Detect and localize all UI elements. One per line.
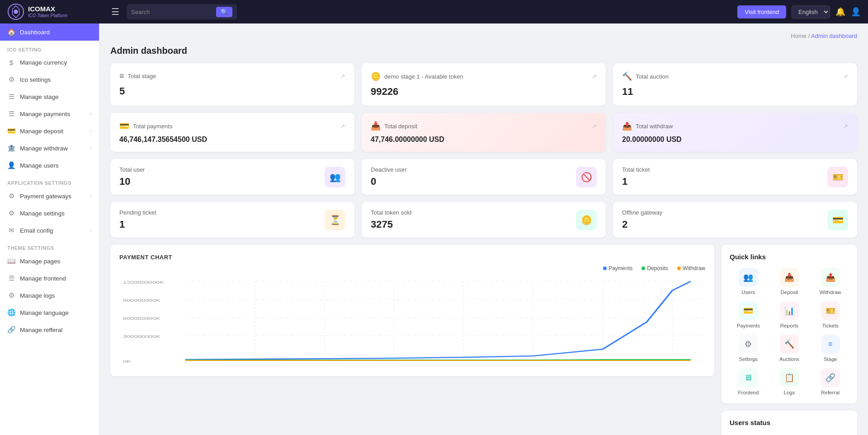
mini-value: 0 [371,176,406,187]
expand-icon[interactable]: ↗ [340,123,345,130]
ql-label: Tickets [822,323,839,328]
mini-label: Total user [119,166,145,173]
sidebar-item-manage-logs[interactable]: ⚙ Manage logs [0,287,99,304]
ql-label: Stage [824,356,837,362]
mini-value: 10 [119,176,145,187]
stat-label: Total payments [133,123,172,130]
sidebar-item-dashboard[interactable]: 🏠 Dashboard [0,23,99,41]
page-title: Admin dashboard [110,46,857,56]
stat-card-total-withdraw: 📤 Total withdraw ↗ 20.00000000 USD [613,113,857,152]
hamburger-icon[interactable]: ☰ [111,6,119,17]
ql-stage-icon: ≡ [821,335,840,354]
ql-item-users[interactable]: 👥 Users [730,268,767,295]
chevron-right-icon: › [90,228,92,233]
logo-text: ICOMAX [28,5,67,13]
users-status-title: Users status [730,419,849,426]
sidebar-item-manage-users[interactable]: 👤 Manage users [0,157,99,174]
sidebar-label: Manage deposit [20,128,63,135]
visit-frontend-button[interactable]: Visit frontend [737,5,786,19]
stat-label: Total stage [128,73,156,80]
ql-item-reports[interactable]: 📊 Reports [771,301,808,328]
mini-label: Deactive user [371,166,406,173]
stat-mini-pending-ticket: Pending ticket 1 ⏳ [110,202,354,238]
language-select[interactable]: English [792,5,830,19]
mini-label: Total ticket [622,166,650,173]
expand-icon[interactable]: ↗ [340,73,345,80]
ql-payments-icon: 💳 [739,301,758,320]
stat-label: Total withdraw [636,123,673,130]
sidebar-label: Manage settings [20,210,65,217]
sidebar-item-manage-referral[interactable]: 🔗 Manage refferal [0,321,99,338]
stat-mini-total-ticket: Total ticket 1 🎫 [613,159,857,195]
expand-icon[interactable]: ↗ [843,73,848,80]
expand-icon[interactable]: ↗ [592,123,597,130]
sidebar-section-app: APPLICATION SETTINGS [0,174,99,187]
sidebar-label: Manage withdraw [20,145,68,152]
payment-chart-card: PAYMENT CHART Payments Deposits Withdraw… [110,245,714,376]
mini-value: 1 [119,219,156,230]
sidebar-item-manage-withdraw[interactable]: 🏦 Manage withdraw › [0,140,99,157]
stat-label: Total deposit [384,123,417,130]
ql-label: Deposit [780,290,798,295]
ql-label: Logs [784,390,795,395]
sidebar-item-manage-pages[interactable]: 📖 Manage pages [0,253,99,270]
sidebar-label: Manage language [20,309,69,316]
sidebar-item-manage-deposit[interactable]: 💳 Manage deposit › [0,122,99,140]
sidebar-item-email-config[interactable]: ✉ Email config › [0,222,99,239]
ql-label: Reports [780,323,798,328]
stat-card-total-auction: 🔨 Total auction ↗ 11 [613,63,857,106]
ql-item-tickets[interactable]: 🎫 Tickets [811,301,849,328]
user-avatar-icon[interactable]: 👤 [851,7,861,17]
mini-label: Offline gateway [622,209,662,216]
ql-item-settings[interactable]: ⚙ Settings [730,335,767,362]
quick-links-card: Quick links 👥 Users 📥 Deposit 📤 Withd [722,245,857,403]
payments-icon: ☰ [7,110,15,118]
expand-icon[interactable]: ↗ [592,73,597,80]
sidebar-label: Manage currency [20,59,67,66]
sidebar-item-label: Dashboard [20,29,50,36]
ql-reports-icon: 📊 [780,301,799,320]
stage-icon: ☰ [7,93,15,101]
sidebar-section-theme: THEME SETTINGS [0,239,99,253]
stats-top-row: ≡ Total stage ↗ 5 🪙 demo stage 1 - Avaia… [110,63,857,106]
sidebar-section-ico: ICO SETTING [0,41,99,54]
sidebar-item-manage-stage[interactable]: ☰ Manage stage [0,88,99,105]
ql-item-referral[interactable]: 🔗 Referral [811,368,849,395]
sidebar-item-manage-settings[interactable]: ⚙ Manage settings [0,205,99,222]
ql-item-withdraw[interactable]: 📤 Withdraw [811,268,849,295]
sidebar-item-manage-frontend[interactable]: ☰ Manage frontend [0,270,99,287]
svg-point-2 [14,9,18,14]
ql-frontend-icon: 🖥 [739,368,758,387]
svg-text:300000000K: 300000000K [123,334,160,339]
stats-small-row1: Total user 10 👥 Deactive user 0 🚫 Total … [110,159,857,195]
search-button[interactable]: 🔍 [216,7,232,17]
sidebar-item-payment-gateways[interactable]: ⚙ Payment gateways › [0,187,99,205]
ql-item-auctions[interactable]: 🔨 Auctions [771,335,808,362]
quick-links-title: Quick links [730,253,849,261]
ql-item-frontend[interactable]: 🖥 Frontend [730,368,767,395]
sidebar-item-manage-currency[interactable]: $ Manage currency [0,54,99,71]
ql-referral-icon: 🔗 [821,368,840,387]
ql-users-icon: 👥 [739,268,758,287]
referral-icon: 🔗 [7,326,15,334]
users-icon: 👤 [7,161,15,169]
expand-icon[interactable]: ↗ [843,123,848,130]
sidebar-item-ico-settings[interactable]: ⚙ Ico settings [0,71,99,88]
breadcrumb-current[interactable]: Admin dashboard [811,33,857,39]
ql-item-logs[interactable]: 📋 Logs [771,368,808,395]
ql-item-deposit[interactable]: 📥 Deposit [771,268,808,295]
stat-mini-total-token-sold: Total token sold 3275 🪙 [362,202,606,238]
breadcrumb-home[interactable]: Home [791,33,807,39]
quick-links-grid: 👥 Users 📥 Deposit 📤 Withdraw 💳 [730,268,849,395]
deposit-icon: 💳 [7,127,15,135]
breadcrumb: Home / Admin dashboard [110,33,857,39]
chevron-right-icon: › [90,111,92,117]
sidebar-item-manage-language[interactable]: 🌐 Manage language [0,304,99,321]
gateway-icon: ⚙ [7,192,15,200]
ql-item-stage[interactable]: ≡ Stage [811,335,849,362]
search-input[interactable] [131,9,212,15]
users-status-card: Users status Total 10 [722,411,857,435]
notification-icon[interactable]: 🔔 [835,7,845,17]
ql-item-payments[interactable]: 💳 Payments [730,301,767,328]
sidebar-item-manage-payments[interactable]: ☰ Manage payments › [0,105,99,122]
